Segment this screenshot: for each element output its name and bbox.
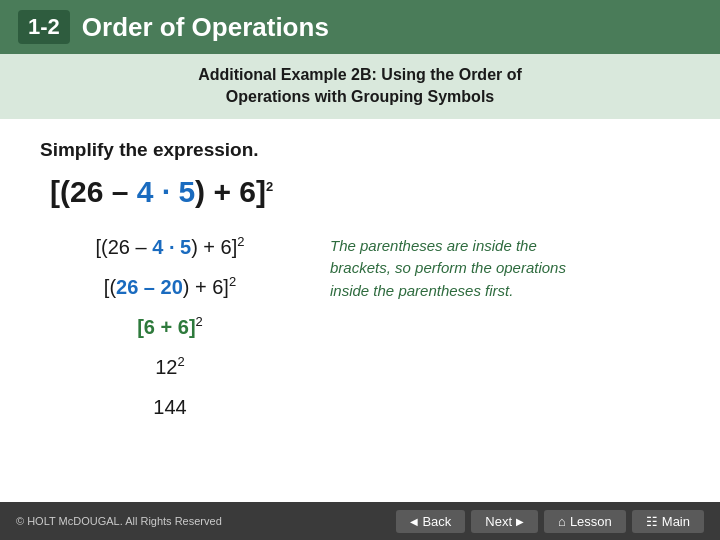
header: 1-2 Order of Operations — [0, 0, 720, 54]
step-5: 144 — [40, 391, 300, 423]
next-arrow-icon: ▶ — [516, 516, 524, 527]
page-title: Order of Operations — [82, 12, 329, 43]
next-button[interactable]: Next ▶ — [471, 510, 538, 533]
section-badge: 1-2 — [18, 10, 70, 44]
step-4: 122 — [40, 351, 300, 383]
back-button[interactable]: ◀ Back — [396, 510, 465, 533]
note-box: The parentheses are inside the brackets,… — [330, 235, 590, 303]
copyright-text: © HOLT McDOUGAL. All Rights Reserved — [16, 515, 222, 527]
home-icon: ⌂ — [558, 514, 566, 529]
main-button[interactable]: ☷ Main — [632, 510, 704, 533]
main-content: Simplify the expression. [(26 – 4 · 5) +… — [0, 119, 720, 443]
grid-icon: ☷ — [646, 514, 658, 529]
subtitle-text: Additional Example 2B: Using the Order o… — [40, 64, 680, 109]
step-2: [(26 – 20) + 6]2 — [40, 271, 300, 303]
footer: © HOLT McDOUGAL. All Rights Reserved ◀ B… — [0, 502, 720, 540]
simplify-label: Simplify the expression. — [40, 139, 680, 161]
subtitle-box: Additional Example 2B: Using the Order o… — [0, 54, 720, 119]
footer-nav-buttons: ◀ Back Next ▶ ⌂ Lesson ☷ Main — [396, 510, 704, 533]
step-1: [(26 – 4 · 5) + 6]2 — [40, 231, 300, 263]
step-3: [6 + 6]2 — [40, 311, 300, 343]
steps-list: [(26 – 4 · 5) + 6]2 [(26 – 20) + 6]2 [6 … — [40, 231, 300, 423]
lesson-button[interactable]: ⌂ Lesson — [544, 510, 626, 533]
back-arrow-icon: ◀ — [410, 516, 418, 527]
steps-area: [(26 – 4 · 5) + 6]2 [(26 – 20) + 6]2 [6 … — [40, 231, 680, 423]
main-expression: [(26 – 4 · 5) + 6]2 — [50, 175, 680, 209]
